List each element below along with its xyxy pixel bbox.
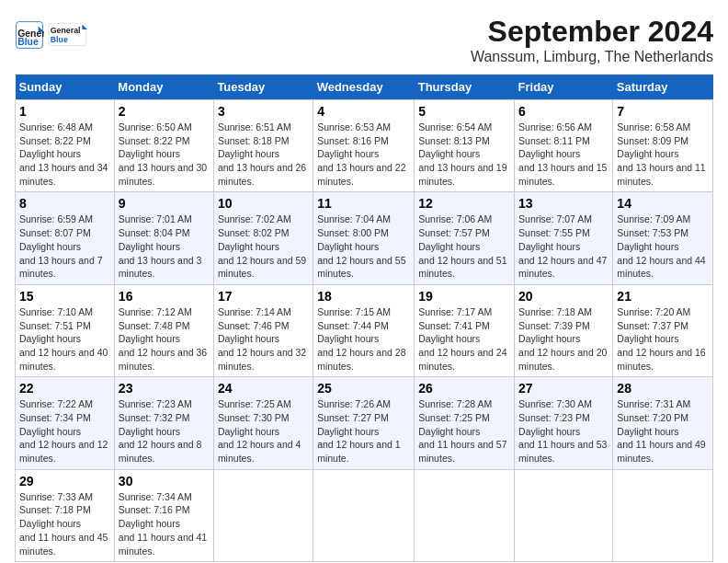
- day-number: 21: [617, 289, 709, 304]
- day-info: Sunrise: 7:28 AM Sunset: 7:25 PM Dayligh…: [418, 397, 510, 465]
- calendar-cell: [515, 469, 613, 561]
- day-info: Sunrise: 7:18 AM Sunset: 7:39 PM Dayligh…: [518, 305, 609, 373]
- day-info: Sunrise: 7:22 AM Sunset: 7:34 PM Dayligh…: [19, 397, 110, 465]
- day-number: 30: [119, 474, 210, 488]
- day-info: Sunrise: 6:53 AM Sunset: 8:16 PM Dayligh…: [317, 121, 410, 188]
- calendar-cell: 1 Sunrise: 6:48 AM Sunset: 8:22 PM Dayli…: [16, 100, 115, 192]
- calendar-cell: 21 Sunrise: 7:20 AM Sunset: 7:37 PM Dayl…: [613, 284, 713, 376]
- calendar-cell: [313, 469, 415, 561]
- day-number: 18: [317, 289, 410, 304]
- calendar-cell: 29 Sunrise: 7:33 AM Sunset: 7:18 PM Dayl…: [16, 469, 115, 561]
- day-info: Sunrise: 6:50 AM Sunset: 8:22 PM Dayligh…: [119, 121, 210, 188]
- day-info: Sunrise: 7:20 AM Sunset: 7:37 PM Dayligh…: [617, 305, 709, 373]
- calendar-table: SundayMondayTuesdayWednesdayThursdayFrid…: [15, 75, 713, 562]
- day-info: Sunrise: 7:25 AM Sunset: 7:30 PM Dayligh…: [218, 397, 309, 465]
- calendar-week-row: 15 Sunrise: 7:10 AM Sunset: 7:51 PM Dayl…: [16, 284, 713, 376]
- calendar-cell: 20 Sunrise: 7:18 AM Sunset: 7:39 PM Dayl…: [515, 284, 613, 376]
- calendar-cell: 4 Sunrise: 6:53 AM Sunset: 8:16 PM Dayli…: [313, 100, 415, 192]
- day-number: 26: [418, 381, 510, 396]
- col-header-sunday: Sunday: [16, 75, 115, 100]
- col-header-monday: Monday: [114, 75, 213, 100]
- calendar-cell: 2 Sunrise: 6:50 AM Sunset: 8:22 PM Dayli…: [114, 100, 213, 192]
- calendar-cell: 11 Sunrise: 7:04 AM Sunset: 8:00 PM Dayl…: [313, 192, 415, 284]
- day-info: Sunrise: 7:26 AM Sunset: 7:27 PM Dayligh…: [317, 397, 410, 465]
- day-info: Sunrise: 7:04 AM Sunset: 8:00 PM Dayligh…: [317, 213, 410, 280]
- calendar-cell: 23 Sunrise: 7:23 AM Sunset: 7:32 PM Dayl…: [114, 377, 213, 469]
- calendar-cell: 18 Sunrise: 7:15 AM Sunset: 7:44 PM Dayl…: [313, 284, 415, 376]
- page-header: General Blue General Blue September 2024…: [15, 15, 713, 65]
- day-info: Sunrise: 7:30 AM Sunset: 7:23 PM Dayligh…: [518, 397, 609, 465]
- calendar-cell: 24 Sunrise: 7:25 AM Sunset: 7:30 PM Dayl…: [213, 377, 313, 469]
- day-info: Sunrise: 7:02 AM Sunset: 8:02 PM Dayligh…: [218, 213, 309, 280]
- day-number: 20: [518, 289, 609, 304]
- page-subtitle: Wanssum, Limburg, The Netherlands: [471, 49, 713, 65]
- calendar-cell: 27 Sunrise: 7:30 AM Sunset: 7:23 PM Dayl…: [515, 377, 613, 469]
- day-info: Sunrise: 6:51 AM Sunset: 8:18 PM Dayligh…: [218, 121, 309, 188]
- calendar-cell: 22 Sunrise: 7:22 AM Sunset: 7:34 PM Dayl…: [16, 377, 115, 469]
- day-info: Sunrise: 7:07 AM Sunset: 7:55 PM Dayligh…: [518, 213, 609, 280]
- col-header-friday: Friday: [515, 75, 613, 100]
- calendar-cell: 16 Sunrise: 7:12 AM Sunset: 7:48 PM Dayl…: [114, 284, 213, 376]
- calendar-cell: 28 Sunrise: 7:31 AM Sunset: 7:20 PM Dayl…: [613, 377, 713, 469]
- day-number: 8: [19, 196, 110, 211]
- day-number: 6: [518, 104, 609, 119]
- calendar-cell: [213, 469, 313, 561]
- calendar-cell: [613, 469, 713, 561]
- day-info: Sunrise: 7:09 AM Sunset: 7:53 PM Dayligh…: [617, 213, 709, 280]
- day-number: 17: [218, 289, 309, 304]
- calendar-cell: 17 Sunrise: 7:14 AM Sunset: 7:46 PM Dayl…: [213, 284, 313, 376]
- calendar-cell: 30 Sunrise: 7:34 AM Sunset: 7:16 PM Dayl…: [114, 469, 213, 561]
- day-number: 29: [19, 474, 110, 488]
- day-info: Sunrise: 7:14 AM Sunset: 7:46 PM Dayligh…: [218, 305, 309, 373]
- day-number: 9: [119, 196, 210, 211]
- calendar-cell: 6 Sunrise: 6:56 AM Sunset: 8:11 PM Dayli…: [515, 100, 613, 192]
- day-info: Sunrise: 6:56 AM Sunset: 8:11 PM Dayligh…: [518, 121, 609, 188]
- day-number: 22: [19, 381, 110, 396]
- col-header-thursday: Thursday: [415, 75, 515, 100]
- day-info: Sunrise: 7:01 AM Sunset: 8:04 PM Dayligh…: [119, 213, 210, 280]
- day-number: 11: [317, 196, 410, 211]
- title-section: September 2024 Wanssum, Limburg, The Net…: [471, 15, 713, 65]
- day-info: Sunrise: 6:54 AM Sunset: 8:13 PM Dayligh…: [418, 121, 510, 188]
- calendar-cell: [415, 469, 515, 561]
- day-info: Sunrise: 6:58 AM Sunset: 8:09 PM Dayligh…: [617, 121, 709, 188]
- day-number: 3: [218, 104, 309, 119]
- day-info: Sunrise: 7:12 AM Sunset: 7:48 PM Dayligh…: [119, 305, 210, 373]
- day-number: 7: [617, 104, 709, 119]
- day-number: 23: [119, 381, 210, 396]
- day-number: 5: [418, 104, 510, 119]
- svg-text:Blue: Blue: [17, 37, 39, 47]
- logo: General Blue General Blue: [15, 15, 88, 55]
- day-number: 19: [418, 289, 510, 304]
- calendar-cell: 5 Sunrise: 6:54 AM Sunset: 8:13 PM Dayli…: [415, 100, 515, 192]
- calendar-cell: 3 Sunrise: 6:51 AM Sunset: 8:18 PM Dayli…: [213, 100, 313, 192]
- page-title: September 2024: [471, 15, 713, 49]
- day-info: Sunrise: 7:33 AM Sunset: 7:18 PM Dayligh…: [19, 490, 110, 557]
- svg-text:Blue: Blue: [51, 35, 68, 44]
- calendar-cell: 8 Sunrise: 6:59 AM Sunset: 8:07 PM Dayli…: [16, 192, 115, 284]
- calendar-cell: 13 Sunrise: 7:07 AM Sunset: 7:55 PM Dayl…: [515, 192, 613, 284]
- day-number: 12: [418, 196, 510, 211]
- day-info: Sunrise: 7:17 AM Sunset: 7:41 PM Dayligh…: [418, 305, 510, 373]
- day-number: 2: [119, 104, 210, 119]
- col-header-wednesday: Wednesday: [313, 75, 415, 100]
- calendar-week-row: 1 Sunrise: 6:48 AM Sunset: 8:22 PM Dayli…: [16, 100, 713, 192]
- day-number: 28: [617, 381, 709, 396]
- col-header-saturday: Saturday: [613, 75, 713, 100]
- calendar-cell: 26 Sunrise: 7:28 AM Sunset: 7:25 PM Dayl…: [415, 377, 515, 469]
- day-number: 16: [119, 289, 210, 304]
- col-header-tuesday: Tuesday: [213, 75, 313, 100]
- day-info: Sunrise: 7:34 AM Sunset: 7:16 PM Dayligh…: [119, 490, 210, 557]
- calendar-week-row: 22 Sunrise: 7:22 AM Sunset: 7:34 PM Dayl…: [16, 377, 713, 469]
- calendar-cell: 15 Sunrise: 7:10 AM Sunset: 7:51 PM Dayl…: [16, 284, 115, 376]
- day-info: Sunrise: 7:06 AM Sunset: 7:57 PM Dayligh…: [418, 213, 510, 280]
- day-number: 4: [317, 104, 410, 119]
- day-number: 15: [19, 289, 110, 304]
- day-number: 27: [518, 381, 609, 396]
- calendar-cell: 12 Sunrise: 7:06 AM Sunset: 7:57 PM Dayl…: [415, 192, 515, 284]
- day-number: 14: [617, 196, 709, 211]
- day-info: Sunrise: 7:15 AM Sunset: 7:44 PM Dayligh…: [317, 305, 410, 373]
- calendar-week-row: 29 Sunrise: 7:33 AM Sunset: 7:18 PM Dayl…: [16, 469, 713, 561]
- day-number: 13: [518, 196, 609, 211]
- calendar-cell: 14 Sunrise: 7:09 AM Sunset: 7:53 PM Dayl…: [613, 192, 713, 284]
